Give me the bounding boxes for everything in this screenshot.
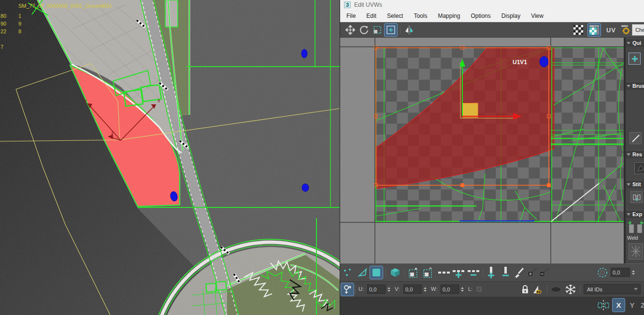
- menu-edit[interactable]: Edit: [366, 13, 376, 19]
- screen: y x z SM_77_07_0000000_6091_Ground001 80…: [0, 0, 644, 315]
- show-map-icon[interactable]: [572, 24, 585, 36]
- loop-shrink-icon[interactable]: [467, 266, 480, 279]
- svg-text:80: 80: [0, 13, 6, 19]
- v-stepper[interactable]: [422, 285, 428, 294]
- v-value-field[interactable]: 0,0: [403, 285, 422, 294]
- gizmo-pivot-handle[interactable]: [463, 103, 478, 117]
- separator: [404, 269, 405, 277]
- background-app-strip: X Y Z: [340, 297, 644, 315]
- lock-aspect-label: L:: [468, 286, 472, 292]
- rotate-icon[interactable]: [358, 24, 370, 36]
- soft-selection-stepper[interactable]: [630, 268, 636, 277]
- quick-plus-button[interactable]: [629, 53, 641, 65]
- titlebar[interactable]: 3 Edit UVWs: [340, 0, 644, 10]
- window-title: Edit UVWs: [354, 1, 382, 8]
- filter-selected-faces-icon[interactable]: [531, 283, 544, 296]
- edit-uvws-window: 3 Edit UVWs File Edit Select Tools Mappi…: [340, 0, 644, 315]
- u-stepper[interactable]: [386, 285, 391, 294]
- menu-select[interactable]: Select: [387, 13, 403, 19]
- menu-mapping[interactable]: Mapping: [438, 13, 460, 19]
- scale-icon[interactable]: [371, 24, 384, 36]
- svg-text:90: 90: [0, 21, 6, 27]
- uv-space-button[interactable]: UV: [604, 24, 618, 36]
- mirror-uv-icon[interactable]: [597, 299, 610, 312]
- w-value-field[interactable]: 0,0: [441, 285, 459, 294]
- uv-editor-canvas[interactable]: U1V1: [340, 38, 624, 263]
- paint-select-subtract-icon[interactable]: [537, 266, 550, 279]
- axis-x-label: x: [157, 97, 160, 103]
- rollout-quick-transform[interactable]: Qui: [626, 39, 644, 47]
- w-stepper[interactable]: [459, 285, 465, 294]
- loop-grow-icon[interactable]: [452, 266, 465, 279]
- scene-viewport[interactable]: y x z SM_77_07_0000000_6091_Ground001 80…: [0, 0, 340, 315]
- rollout-explode[interactable]: Exp: [626, 210, 644, 218]
- paint-select-icon[interactable]: [513, 266, 526, 279]
- rollout-brushes[interactable]: Brus: [626, 82, 644, 90]
- mirror-icon[interactable]: [403, 24, 415, 36]
- separator: [356, 285, 356, 294]
- reshape-tool-icon[interactable]: [634, 162, 644, 174]
- svg-text:22: 22: [0, 28, 6, 34]
- rollout-stitch[interactable]: Stit: [626, 180, 644, 188]
- menu-tools[interactable]: Tools: [414, 13, 427, 19]
- menu-options[interactable]: Options: [471, 13, 490, 19]
- chevron-down-icon: [634, 288, 638, 290]
- freeform-mode-icon[interactable]: [385, 24, 397, 36]
- material-id-filter-dropdown[interactable]: All IDs: [584, 284, 641, 294]
- ring-shrink-icon[interactable]: [500, 266, 512, 279]
- axis-z-label: z: [111, 130, 114, 136]
- edge-subobject-icon[interactable]: [357, 266, 369, 279]
- weld-label: Weld: [626, 235, 638, 241]
- menu-view[interactable]: View: [531, 13, 544, 19]
- svg-text:8: 8: [18, 28, 21, 34]
- chevron-down-icon: [627, 213, 630, 216]
- element-subobject-icon[interactable]: [389, 266, 401, 279]
- move-icon[interactable]: [344, 24, 357, 36]
- toolbar-separator: [400, 26, 401, 34]
- rollout-reshape[interactable]: Res: [626, 150, 644, 158]
- shrink-selection-icon[interactable]: [422, 266, 435, 279]
- soft-selection-icon[interactable]: [596, 266, 609, 279]
- break-icon[interactable]: [628, 221, 644, 235]
- soft-selection-value[interactable]: 0,0: [611, 268, 630, 277]
- polygon-subobject-icon[interactable]: [370, 266, 383, 279]
- uv-blue-island: [540, 56, 548, 67]
- menu-display[interactable]: Display: [501, 13, 520, 19]
- w-label: W:: [431, 286, 437, 292]
- selection-toolbar: 0,0: [340, 263, 644, 281]
- grow-selection-icon[interactable]: [408, 266, 420, 279]
- svg-text:1: 1: [18, 13, 21, 19]
- chevron-down-icon: [627, 153, 630, 156]
- freeze-icon[interactable]: [564, 283, 577, 296]
- vertex-subobject-icon[interactable]: [342, 266, 354, 279]
- paint-select-add-icon[interactable]: [526, 266, 538, 279]
- pattern-select-dropdown[interactable]: Che: [632, 24, 644, 36]
- select-loop-icon[interactable]: [438, 266, 450, 279]
- stitch-tool-icon[interactable]: [630, 191, 643, 203]
- relax-brush-button[interactable]: [630, 132, 642, 144]
- scene-canvas[interactable]: y x z SM_77_07_0000000_6091_Ground001 80…: [0, 0, 340, 315]
- checker-pattern-icon[interactable]: [588, 24, 601, 36]
- lock-aspect-checkbox[interactable]: ✓: [476, 286, 482, 292]
- chevron-down-icon: [627, 85, 630, 87]
- absolute-mode-icon[interactable]: [341, 283, 354, 296]
- menubar: File Edit Select Tools Mapping Options D…: [340, 10, 644, 22]
- lock-selection-icon[interactable]: [519, 283, 531, 296]
- mirror-axis-x-button[interactable]: X: [613, 299, 625, 312]
- target-weld-button[interactable]: [629, 243, 643, 260]
- brushes-body: [626, 90, 644, 150]
- mirror-axis-z-button[interactable]: Z: [637, 299, 644, 312]
- uv-options-gear-icon[interactable]: [619, 24, 632, 36]
- uv-side-panel: Qui Brus Res: [624, 38, 644, 263]
- separator: [580, 285, 580, 294]
- uv-toolbar: UV Che: [340, 22, 644, 38]
- u-label: U:: [358, 286, 364, 292]
- object-label: SM_77_07_0000000_6091_Ground001: [18, 3, 112, 9]
- separator: [483, 269, 483, 277]
- chevron-down-icon: [627, 42, 630, 44]
- menu-file[interactable]: File: [346, 13, 356, 19]
- ring-grow-icon[interactable]: [485, 266, 498, 279]
- hide-icon[interactable]: [550, 283, 562, 296]
- u-value-field[interactable]: 0,0: [367, 285, 386, 294]
- chevron-down-icon: [627, 183, 630, 186]
